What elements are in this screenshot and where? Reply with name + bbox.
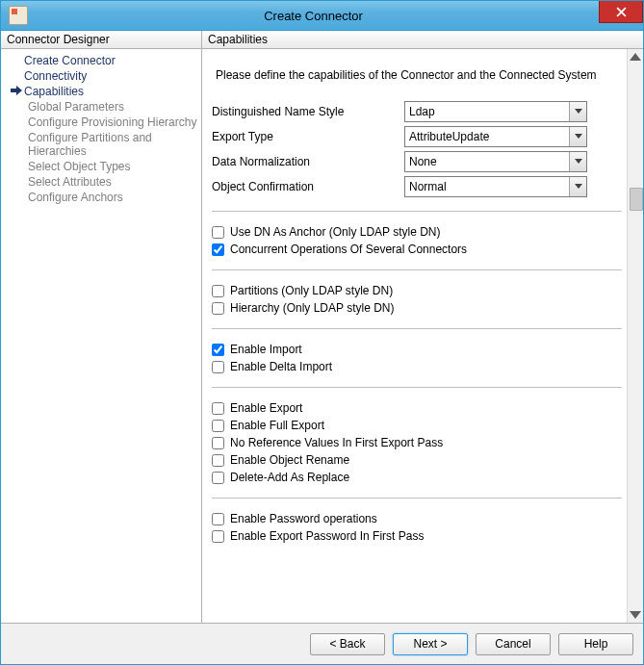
checkbox-label: Enable Import bbox=[230, 343, 302, 356]
checkbox-label: Enable Full Export bbox=[230, 419, 324, 432]
help-button[interactable]: Help bbox=[558, 633, 633, 655]
checkbox-section: Use DN As Anchor (Only LDAP style DN)Con… bbox=[212, 211, 622, 543]
sidebar-item-configure-partitions-and-hierarchies[interactable]: Configure Partitions and Hierarchies bbox=[1, 130, 201, 159]
checkbox-row[interactable]: No Reference Values In First Export Pass bbox=[212, 436, 622, 449]
scroll-up-button[interactable] bbox=[628, 49, 643, 64]
checkbox-partitions-only-ldap-style-dn[interactable] bbox=[212, 285, 224, 297]
scroll-down-button[interactable] bbox=[628, 607, 643, 623]
checkbox-label: Enable Delta Import bbox=[230, 360, 332, 373]
main-content: Please define the capabilities of the Co… bbox=[202, 49, 628, 623]
sidebar-nav: Create ConnectorConnectivityCapabilities… bbox=[1, 49, 201, 209]
svg-marker-8 bbox=[630, 611, 641, 619]
checkbox-enable-password-operations[interactable] bbox=[212, 513, 224, 525]
checkbox-row[interactable]: Enable Delta Import bbox=[212, 360, 622, 373]
dropdown-export-type[interactable]: AttributeUpdate bbox=[404, 126, 587, 147]
dropdown-value: AttributeUpdate bbox=[405, 130, 569, 143]
chevron-down-icon bbox=[575, 109, 582, 115]
checkbox-row[interactable]: Enable Object Rename bbox=[212, 453, 622, 467]
checkbox-label: Concurrent Operations Of Several Connect… bbox=[230, 243, 467, 256]
chevron-down-icon bbox=[575, 184, 582, 190]
separator bbox=[212, 387, 622, 388]
instruction-text: Please define the capabilities of the Co… bbox=[216, 68, 618, 82]
scroll-track[interactable] bbox=[628, 64, 643, 607]
checkbox-enable-full-export[interactable] bbox=[212, 420, 224, 432]
sidebar-item-label: Create Connector bbox=[24, 54, 116, 67]
dropdown-toggle[interactable] bbox=[569, 102, 586, 121]
sidebar-item-configure-anchors[interactable]: Configure Anchors bbox=[1, 190, 201, 205]
checkbox-row[interactable]: Use DN As Anchor (Only LDAP style DN) bbox=[212, 225, 622, 239]
form-row: Export TypeAttributeUpdate bbox=[212, 126, 622, 147]
main-body: Please define the capabilities of the Co… bbox=[202, 49, 643, 623]
dropdown-section: Distinguished Name StyleLdapExport TypeA… bbox=[212, 101, 622, 197]
close-icon bbox=[616, 7, 627, 17]
checkbox-enable-export[interactable] bbox=[212, 402, 224, 415]
titlebar: Create Connector bbox=[1, 1, 643, 31]
separator bbox=[212, 498, 622, 499]
dropdown-toggle[interactable] bbox=[569, 177, 586, 196]
sidebar-item-select-attributes[interactable]: Select Attributes bbox=[1, 174, 201, 190]
field-label: Export Type bbox=[212, 130, 404, 143]
window-buttons bbox=[599, 1, 643, 30]
next-button[interactable]: Next > bbox=[393, 633, 468, 655]
dropdown-toggle[interactable] bbox=[569, 152, 586, 171]
svg-marker-2 bbox=[11, 86, 22, 95]
checkbox-row[interactable]: Enable Export bbox=[212, 401, 622, 415]
sidebar-item-label: Connectivity bbox=[24, 69, 87, 83]
checkbox-enable-object-rename[interactable] bbox=[212, 454, 224, 467]
main-pane: Capabilities Please define the capabilit… bbox=[202, 31, 643, 623]
checkbox-label: Use DN As Anchor (Only LDAP style DN) bbox=[230, 225, 441, 239]
checkbox-enable-delta-import[interactable] bbox=[212, 361, 224, 373]
back-button[interactable]: < Back bbox=[310, 633, 385, 655]
window: Create Connector Connector Designer Crea… bbox=[0, 0, 644, 665]
checkbox-row[interactable]: Enable Password operations bbox=[212, 512, 622, 525]
close-button[interactable] bbox=[599, 1, 643, 23]
checkbox-row[interactable]: Hierarchy (Only LDAP style DN) bbox=[212, 301, 622, 315]
checkbox-row[interactable]: Delete-Add As Replace bbox=[212, 471, 622, 484]
svg-marker-3 bbox=[575, 109, 582, 114]
svg-marker-6 bbox=[575, 184, 582, 189]
vertical-scrollbar[interactable] bbox=[627, 49, 643, 623]
window-title: Create Connector bbox=[28, 9, 599, 23]
dropdown-distinguished-name-style[interactable]: Ldap bbox=[404, 101, 587, 122]
dropdown-data-normalization[interactable]: None bbox=[404, 151, 587, 172]
checkbox-label: No Reference Values In First Export Pass bbox=[230, 436, 443, 449]
checkbox-row[interactable]: Partitions (Only LDAP style DN) bbox=[212, 284, 622, 297]
checkbox-label: Enable Export bbox=[230, 401, 302, 415]
checkbox-delete-add-as-replace[interactable] bbox=[212, 472, 224, 484]
checkbox-hierarchy-only-ldap-style-dn[interactable] bbox=[212, 302, 224, 315]
checkbox-enable-export-password-in-first-pass[interactable] bbox=[212, 530, 224, 543]
sidebar-item-capabilities[interactable]: Capabilities bbox=[1, 84, 201, 99]
checkbox-row[interactable]: Enable Export Password In First Pass bbox=[212, 529, 622, 543]
dropdown-object-confirmation[interactable]: Normal bbox=[404, 176, 587, 197]
cancel-button[interactable]: Cancel bbox=[476, 633, 551, 655]
checkbox-use-dn-as-anchor-only-ldap-style-dn[interactable] bbox=[212, 226, 224, 239]
sidebar-item-label: Configure Provisioning Hierarchy bbox=[28, 115, 196, 129]
sidebar-item-create-connector[interactable]: Create Connector bbox=[1, 53, 201, 68]
scroll-thumb[interactable] bbox=[630, 188, 643, 211]
form-row: Object ConfirmationNormal bbox=[212, 176, 622, 197]
sidebar-item-label: Configure Partitions and Hierarchies bbox=[28, 131, 201, 158]
svg-marker-5 bbox=[575, 159, 582, 164]
checkbox-row[interactable]: Enable Import bbox=[212, 343, 622, 356]
checkbox-label: Enable Export Password In First Pass bbox=[230, 529, 424, 543]
sidebar-item-label: Capabilities bbox=[24, 85, 84, 98]
sidebar-item-configure-provisioning-hierarchy[interactable]: Configure Provisioning Hierarchy bbox=[1, 115, 201, 130]
separator bbox=[212, 269, 622, 270]
sidebar-item-global-parameters[interactable]: Global Parameters bbox=[1, 99, 201, 115]
separator bbox=[212, 211, 622, 212]
form-row: Data NormalizationNone bbox=[212, 151, 622, 172]
form-row: Distinguished Name StyleLdap bbox=[212, 101, 622, 122]
separator bbox=[212, 328, 622, 329]
app-icon bbox=[9, 6, 28, 25]
sidebar-header: Connector Designer bbox=[1, 31, 201, 49]
dropdown-toggle[interactable] bbox=[569, 127, 586, 146]
sidebar-item-select-object-types[interactable]: Select Object Types bbox=[1, 159, 201, 174]
checkbox-no-reference-values-in-first-export-pass[interactable] bbox=[212, 437, 224, 449]
checkbox-concurrent-operations-of-several-connectors[interactable] bbox=[212, 243, 224, 256]
checkbox-enable-import[interactable] bbox=[212, 344, 224, 356]
checkbox-row[interactable]: Concurrent Operations Of Several Connect… bbox=[212, 243, 622, 256]
sidebar-item-label: Select Object Types bbox=[28, 160, 131, 173]
sidebar-item-connectivity[interactable]: Connectivity bbox=[1, 68, 201, 84]
main-header: Capabilities bbox=[202, 31, 643, 49]
checkbox-row[interactable]: Enable Full Export bbox=[212, 419, 622, 432]
